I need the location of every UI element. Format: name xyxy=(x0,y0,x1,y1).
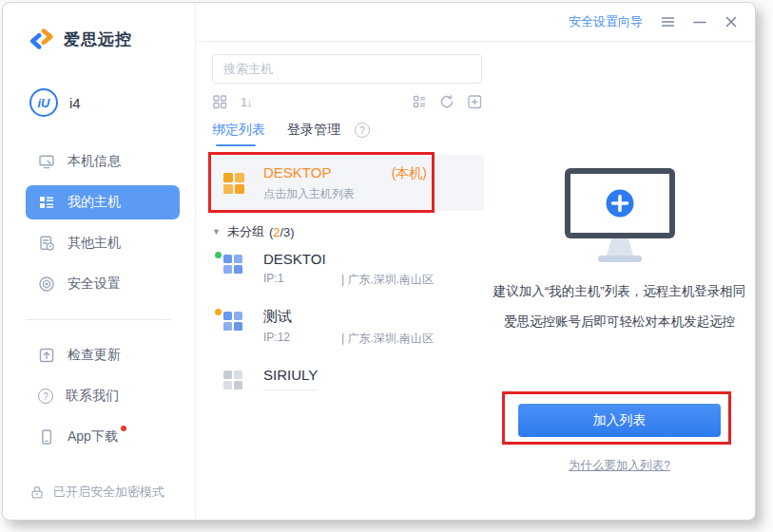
list-view-icon[interactable] xyxy=(412,94,427,109)
sidebar-item-label: 我的主机 xyxy=(68,194,121,211)
avatar: iU xyxy=(29,88,58,117)
host-list-column: 1↓ xyxy=(196,54,484,520)
sidebar-item-label: 安全设置 xyxy=(68,276,121,293)
sidebar-item-my-hosts[interactable]: 我的主机 xyxy=(26,185,180,219)
content: 1↓ xyxy=(196,42,755,520)
sidebar-secondary-menu: 检查更新 ? 联系我们 App下载 xyxy=(3,332,195,461)
host-location: | 广东.深圳.南山区 xyxy=(341,272,434,288)
host-list-icon xyxy=(38,194,55,211)
brand-name: 爱思远控 xyxy=(64,28,132,50)
main-area: 安全设置向导 xyxy=(196,3,755,520)
sidebar-item-security-settings[interactable]: 安全设置 xyxy=(26,267,180,301)
monitor-icon xyxy=(38,153,55,170)
windows-host-icon xyxy=(223,255,242,274)
username: i4 xyxy=(69,95,81,111)
sidebar: 爱思远控 iU i4 本机信息 我的主机 xyxy=(3,3,196,520)
security-wizard-link[interactable]: 安全设置向导 xyxy=(569,13,643,30)
sidebar-item-label: 检查更新 xyxy=(68,347,121,364)
status-dot-online xyxy=(215,252,222,258)
list-tabs: 绑定列表 登录管理 ? xyxy=(212,122,484,146)
sidebar-item-contact-us[interactable]: ? 联系我们 xyxy=(26,379,180,413)
host-location: | 广东.深圳.南山区 xyxy=(341,331,434,347)
minimize-icon[interactable] xyxy=(693,15,706,28)
grid-view-icon[interactable] xyxy=(212,94,227,109)
sidebar-item-local-info[interactable]: 本机信息 xyxy=(26,144,180,179)
local-host-card[interactable]: DESKTOP (本机) 点击加入主机列表 xyxy=(212,155,484,211)
host-name: SIRIULY xyxy=(263,367,318,390)
host-row-siriuly[interactable]: SIRIULY xyxy=(212,356,484,400)
document-clock-icon xyxy=(38,235,55,252)
join-hint-text: 建议加入“我的主机”列表，远程主机登录相同 爱思远控账号后即可轻松对本机发起远控 xyxy=(493,276,746,337)
why-join-link[interactable]: 为什么要加入列表? xyxy=(569,458,670,474)
local-host-tag: (本机) xyxy=(392,165,427,182)
tab-help-icon[interactable]: ? xyxy=(355,123,370,138)
status-dot-busy xyxy=(215,309,222,315)
app-window: 爱思远控 iU i4 本机信息 我的主机 xyxy=(2,2,756,521)
lock-icon xyxy=(29,484,45,500)
search-input[interactable] xyxy=(212,54,482,84)
collapse-triangle-icon: ▼ xyxy=(212,227,221,237)
gear-icon xyxy=(38,276,55,293)
host-ip: IP:1 xyxy=(263,272,341,288)
close-icon[interactable] xyxy=(725,15,738,28)
sidebar-item-label: 其他主机 xyxy=(68,235,121,252)
phone-icon xyxy=(38,428,55,446)
detail-panel: 建议加入“我的主机”列表，远程主机登录相同 爱思远控账号后即可轻松对本机发起远控… xyxy=(484,54,755,520)
sidebar-item-label: 本机信息 xyxy=(68,153,121,170)
menu-icon[interactable] xyxy=(661,15,675,28)
group-name: 未分组 xyxy=(227,223,264,240)
host-name: 测试 xyxy=(263,308,373,326)
local-host-text: DESKTOP (本机) 点击加入主机列表 xyxy=(263,164,473,202)
refresh-icon[interactable] xyxy=(439,94,454,109)
host-row-desktop[interactable]: DESKTOI IP:1 | 广东.深圳.南山区 xyxy=(212,240,484,297)
encryption-status: 已开启安全加密模式 xyxy=(3,484,195,520)
group-header-ungrouped[interactable]: ▼ 未分组 (2/3) xyxy=(212,223,484,240)
sidebar-item-check-update[interactable]: 检查更新 xyxy=(26,338,180,372)
windows-host-icon xyxy=(223,173,244,194)
group-count: (2/3) xyxy=(269,225,295,239)
windows-host-icon-offline xyxy=(223,370,242,390)
sidebar-item-label: App下载 xyxy=(68,428,118,446)
sidebar-divider xyxy=(26,319,172,320)
tab-login-management[interactable]: 登录管理 xyxy=(287,122,340,146)
host-row-test[interactable]: 测试 IP:12 | 广东.深圳.南山区 xyxy=(212,297,484,356)
join-button-wrap: 加入列表 xyxy=(518,404,721,437)
hint-line-2: 爱思远控账号后即可轻松对本机发起远控 xyxy=(493,307,746,337)
tab-binding-list[interactable]: 绑定列表 xyxy=(212,122,265,146)
update-icon xyxy=(38,347,55,364)
sidebar-menu: 本机信息 我的主机 其他主机 xyxy=(3,138,195,308)
brand: 爱思远控 xyxy=(3,3,195,50)
titlebar: 安全设置向导 xyxy=(196,3,755,42)
windows-host-icon xyxy=(223,312,242,331)
add-host-icon[interactable] xyxy=(467,94,482,109)
join-list-button[interactable]: 加入列表 xyxy=(518,404,721,437)
brand-logo-icon xyxy=(29,28,55,50)
host-name: DESKTOI xyxy=(263,251,373,267)
local-host-name: DESKTOP xyxy=(263,164,331,180)
sidebar-item-label: 联系我们 xyxy=(66,388,119,405)
local-host-subtitle: 点击加入主机列表 xyxy=(263,186,473,202)
sort-icon[interactable]: 1↓ xyxy=(241,95,252,109)
hint-line-1: 建议加入“我的主机”列表，远程主机登录相同 xyxy=(493,276,746,307)
sidebar-item-app-download[interactable]: App下载 xyxy=(26,420,180,454)
host-ip: IP:12 xyxy=(263,331,341,347)
list-toolbar: 1↓ xyxy=(212,94,482,109)
question-icon: ? xyxy=(38,389,53,404)
sidebar-item-other-hosts[interactable]: 其他主机 xyxy=(26,226,180,260)
monitor-illustration xyxy=(562,167,678,265)
encryption-status-label: 已开启安全加密模式 xyxy=(53,484,164,501)
user-profile[interactable]: iU i4 xyxy=(29,88,195,117)
